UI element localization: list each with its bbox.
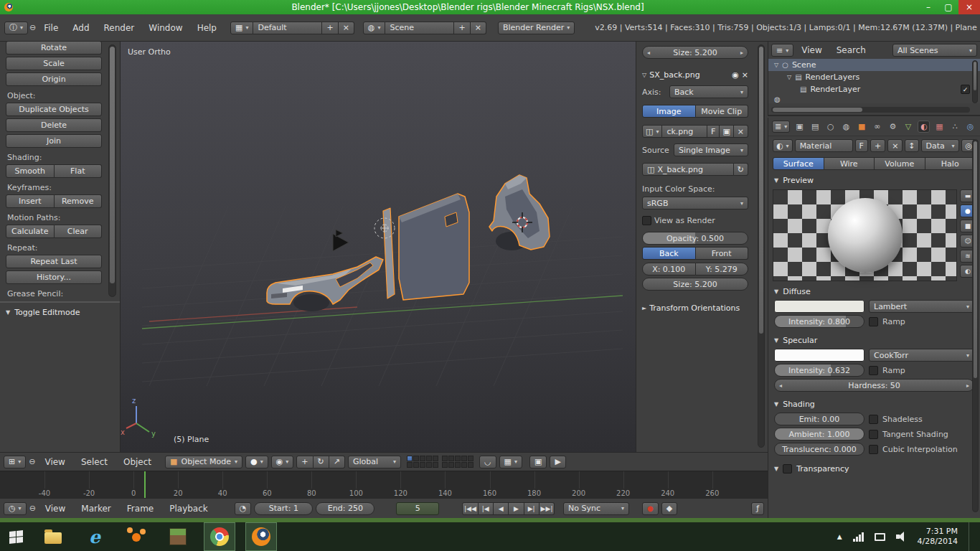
outliner-menu-search[interactable]: Search (830, 45, 872, 55)
display-icon[interactable] (875, 533, 885, 541)
outliner-row-partial[interactable]: ◍ (768, 95, 980, 103)
bg-size-slider[interactable]: ◂ Size: 5.200 ▸ (642, 46, 748, 59)
collapse-menus-icon[interactable]: ⊖ (29, 23, 36, 32)
opengl-render-anim-button[interactable]: ▶ (550, 456, 565, 468)
image-source-movieclip-tab[interactable]: Movie Clip (696, 105, 749, 118)
editor-type-button-outliner[interactable]: ≡ ▾ (771, 44, 793, 57)
manipulator-scale-button[interactable]: ↗ (329, 456, 345, 468)
render-engine-select[interactable]: Blender Render ▾ (498, 22, 575, 34)
material-name-field[interactable]: Material (795, 139, 853, 152)
tab-render-layers[interactable]: ▤ (809, 121, 821, 133)
slider-right-arrow-icon[interactable]: ▸ (966, 382, 969, 389)
timeline-menu-marker[interactable]: Marker (75, 504, 117, 514)
unlink-image-button[interactable]: × (734, 125, 748, 138)
delete-layout-button[interactable]: × (339, 22, 354, 34)
menu-window[interactable]: Window (142, 23, 189, 33)
menu-render[interactable]: Render (98, 23, 141, 33)
layer-toggle[interactable] (433, 462, 438, 468)
outliner-row-renderlayers[interactable]: ▽ ▤ RenderLayers (768, 71, 980, 83)
taskbar-clock[interactable]: 7:31 PM 4/28/2014 (918, 527, 958, 547)
shading-panel-header[interactable]: ▼ Shading (768, 394, 980, 410)
material-type-volume[interactable]: Volume (875, 157, 925, 170)
offset-y-field[interactable]: Y: 5.279 (696, 263, 749, 276)
layer-toggle[interactable] (407, 456, 413, 461)
diffuse-shader-select[interactable]: Lambert ▾ (869, 300, 974, 313)
view-as-render-checkbox[interactable] (642, 216, 651, 225)
layer-toggle[interactable] (426, 456, 432, 461)
emit-slider[interactable]: Emit: 0.00 (774, 413, 864, 425)
material-link-select[interactable]: Data ▾ (921, 139, 960, 152)
rotate-button[interactable]: Rotate (6, 41, 102, 55)
renderlayer-use-checkbox[interactable]: ✓ (961, 85, 970, 94)
history-button[interactable]: History... (6, 270, 102, 284)
editor-type-button-properties[interactable]: ≣ ▾ (772, 121, 790, 133)
timeline-menu-frame[interactable]: Frame (121, 504, 160, 514)
slider-left-arrow-icon[interactable]: ◂ (779, 382, 782, 389)
translucency-slider[interactable]: Translucenc: 0.000 (774, 443, 864, 456)
editor-type-button-info[interactable]: ⓘ ▾ (4, 22, 28, 34)
shadeless-checkbox[interactable] (869, 415, 878, 424)
tab-world[interactable]: ◍ (840, 121, 852, 133)
editor-type-button-view3d[interactable]: ⊞ ▾ (4, 456, 26, 468)
specular-hardness-slider[interactable]: ◂ Hardness: 50 ▸ (774, 379, 974, 392)
material-browse-button[interactable]: ◐ ▾ (773, 139, 793, 152)
layer-toggle[interactable] (420, 462, 425, 468)
layer-toggle[interactable] (413, 462, 419, 468)
outliner-vscrollbar[interactable] (972, 60, 978, 103)
playhead[interactable] (144, 471, 146, 498)
layer-toggle[interactable] (461, 462, 467, 468)
tab-scene[interactable]: ○ (825, 121, 837, 133)
new-material-button[interactable]: + (870, 139, 885, 152)
tangent-shading-checkbox[interactable] (869, 430, 878, 439)
driver-icon-button[interactable]: ƒ (751, 502, 764, 515)
outliner-hscrollbar[interactable] (771, 107, 970, 113)
minimize-button[interactable]: – (918, 0, 938, 14)
taskbar-app-molecule[interactable] (121, 522, 152, 551)
taskbar-chrome[interactable] (204, 522, 235, 551)
specular-color-swatch[interactable] (774, 349, 864, 362)
delete-scene-button[interactable]: × (471, 22, 486, 34)
offset-x-field[interactable]: X: 0.100 (642, 263, 696, 276)
view3d-menu-view[interactable]: View (38, 457, 71, 467)
outliner-row-renderlayer[interactable]: ▤ RenderLayer ✓ (768, 83, 980, 95)
disclosure-icon[interactable]: ▽ (774, 62, 778, 68)
tab-constraints[interactable]: ∞ (871, 121, 883, 133)
view3d-menu-object[interactable]: Object (117, 457, 158, 467)
material-type-surface[interactable]: Surface (773, 157, 824, 170)
layers-widget[interactable] (407, 456, 473, 468)
eye-icon[interactable]: ◉ (732, 70, 739, 80)
network-icon[interactable] (853, 532, 864, 542)
join-button[interactable]: Join (6, 134, 102, 148)
tab-object[interactable]: ■ (856, 121, 868, 133)
auto-keyframe-record-button[interactable]: ● (642, 502, 659, 515)
material-type-halo[interactable]: Halo (925, 157, 976, 170)
cubic-interpolation-checkbox[interactable] (869, 445, 878, 454)
origin-button[interactable]: Origin (6, 72, 102, 86)
timeline-menu-view[interactable]: View (39, 504, 72, 514)
layer-toggle[interactable] (455, 462, 461, 468)
sync-select[interactable]: No Sync ▾ (563, 502, 629, 515)
transparency-panel-header[interactable]: ▼ Transparency (768, 458, 980, 475)
jump-to-end-button[interactable]: ▶▶| (540, 502, 555, 515)
image-filepath-field[interactable]: ◫ X_back.png (642, 163, 734, 176)
specular-panel-header[interactable]: ▼ Specular (768, 330, 980, 347)
smooth-button[interactable]: Smooth (6, 164, 55, 178)
stick-back-button[interactable]: Back (642, 247, 696, 260)
slider-right-arrow-icon[interactable]: ▸ (740, 50, 743, 56)
insert-keyframe-button[interactable]: Insert (6, 194, 55, 208)
layer-toggle[interactable] (468, 462, 473, 468)
menu-help[interactable]: Help (191, 23, 223, 33)
toolshelf-scrollbar[interactable] (108, 44, 116, 297)
mode-select[interactable]: ■ Object Mode ▾ (165, 456, 242, 468)
play-button[interactable]: ▶ (509, 502, 524, 515)
taskbar-internet-explorer[interactable]: e (79, 522, 110, 551)
frame-start-field[interactable]: Start: 1 (254, 502, 313, 515)
tab-physics[interactable]: ◎ (964, 121, 976, 133)
tab-texture[interactable]: ▦ (933, 121, 946, 133)
collapse-menus-icon[interactable]: ⊖ (29, 457, 35, 466)
taskbar-file-explorer[interactable] (37, 522, 69, 551)
tab-render[interactable]: ▣ (793, 121, 806, 133)
transform-orientation-select[interactable]: Global ▾ (348, 456, 401, 468)
current-frame-field[interactable]: 5 (396, 502, 439, 515)
camera-object[interactable] (333, 230, 349, 251)
